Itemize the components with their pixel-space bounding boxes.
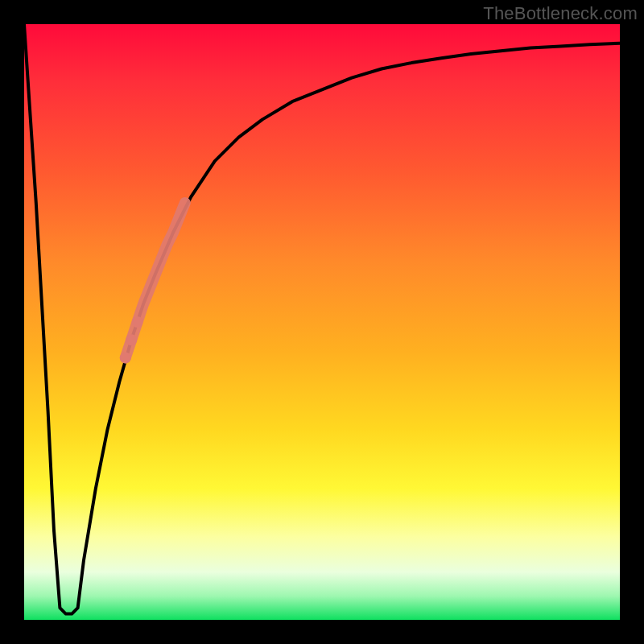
highlight-dot	[120, 352, 131, 363]
watermark-text: TheBottleneck.com	[483, 3, 638, 24]
plot-area	[24, 24, 620, 620]
bottleneck-curve	[24, 24, 620, 614]
highlight-dot	[132, 316, 143, 328]
bottleneck-curve-path	[24, 24, 620, 614]
chart-frame: TheBottleneck.com	[0, 0, 644, 644]
highlight-segment	[126, 203, 185, 357]
chart-svg	[24, 24, 620, 620]
highlight-dot	[126, 334, 137, 345]
highlight-dots	[120, 203, 185, 363]
